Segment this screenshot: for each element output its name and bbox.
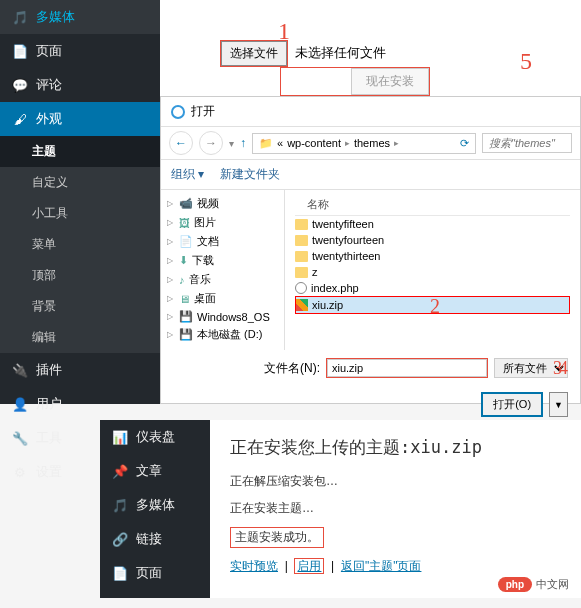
php-logo: php xyxy=(498,577,532,592)
open-button[interactable]: 打开(O) xyxy=(481,392,543,417)
no-file-text: 未选择任何文件 xyxy=(295,45,386,60)
file-row[interactable]: index.php xyxy=(295,280,570,296)
chevron-right-icon: ▸ xyxy=(345,138,350,148)
dashboard-icon: 📊 xyxy=(112,429,128,445)
media-icon: 🎵 xyxy=(112,497,128,513)
sidebar-item-dashboard[interactable]: 📊 仪表盘 xyxy=(100,420,210,454)
filename-label: 文件名(N): xyxy=(264,360,320,377)
link-icon: 🔗 xyxy=(112,531,128,547)
sidebar-item-users[interactable]: 👤 用户 xyxy=(0,387,160,421)
enable-theme-link[interactable]: 启用 xyxy=(294,558,324,574)
wp-admin-sidebar-2: 📊 仪表盘 📌 文章 🎵 多媒体 🔗 链接 📄 页面 💬 评论 xyxy=(100,420,210,598)
dialog-buttons: 打开(O) ▼ xyxy=(161,386,580,423)
search-input[interactable] xyxy=(482,133,572,153)
install-result-panel: 正在安装您上传的主题:xiu.zip 正在解压缩安装包… 正在安装主题… 主题安… xyxy=(210,420,581,598)
tree-item-disk-d[interactable]: 💾本地磁盘 (D:) xyxy=(165,325,280,344)
nav-dropdown-icon[interactable]: ▾ xyxy=(229,138,234,149)
new-folder-button[interactable]: 新建文件夹 xyxy=(220,166,280,183)
annotation-5: 5 xyxy=(520,48,532,75)
sidebar-item-plugins[interactable]: 🔌 插件 xyxy=(0,353,160,387)
post-icon: 📌 xyxy=(112,463,128,479)
submenu-themes[interactable]: 主题 xyxy=(0,136,160,167)
tree-item-pictures[interactable]: 🖼图片 xyxy=(165,213,280,232)
breadcrumb-part[interactable]: wp-content xyxy=(287,137,341,149)
file-list-header[interactable]: 名称 xyxy=(295,194,570,216)
file-open-dialog: 打开 ← → ▾ ↑ 📁 « wp-content ▸ themes ▸ ⟳ xyxy=(160,96,581,404)
submenu-background[interactable]: 背景 xyxy=(0,291,160,322)
tools-icon: 🔧 xyxy=(12,430,28,446)
app-icon xyxy=(171,105,185,119)
appearance-submenu: 主题 自定义 小工具 菜单 顶部 背景 编辑 xyxy=(0,136,160,353)
appearance-icon: 🖌 xyxy=(12,111,28,127)
sidebar-item-appearance[interactable]: 🖌 外观 xyxy=(0,102,160,136)
php-file-icon xyxy=(295,282,307,294)
return-themes-link[interactable]: 返回"主题"页面 xyxy=(341,559,422,573)
file-row[interactable]: twentythirteen xyxy=(295,248,570,264)
breadcrumb[interactable]: 📁 « wp-content ▸ themes ▸ ⟳ xyxy=(252,133,476,154)
submenu-menus[interactable]: 菜单 xyxy=(0,229,160,260)
folder-icon xyxy=(295,251,308,262)
breadcrumb-sep: « xyxy=(277,137,283,149)
install-now-button[interactable]: 现在安装 xyxy=(351,68,429,95)
install-step-1: 正在解压缩安装包… xyxy=(230,473,561,490)
folder-icon: 📁 xyxy=(259,137,273,150)
organize-button[interactable]: 组织 ▾ xyxy=(171,166,204,183)
sidebar-label: 用户 xyxy=(36,395,62,413)
submenu-customize[interactable]: 自定义 xyxy=(0,167,160,198)
page-icon: 📄 xyxy=(112,565,128,581)
tree-item-downloads[interactable]: ⬇下载 xyxy=(165,251,280,270)
zip-file-icon xyxy=(296,299,308,311)
install-title: 正在安装您上传的主题:xiu.zip xyxy=(230,436,561,459)
sidebar-label: 页面 xyxy=(36,42,62,60)
nav-forward-icon[interactable]: → xyxy=(199,131,223,155)
folder-icon xyxy=(295,235,308,246)
media-icon: 🎵 xyxy=(12,9,28,25)
php-cn-badge: php 中文网 xyxy=(498,577,569,592)
tree-item-desktop[interactable]: 🖥桌面 xyxy=(165,289,280,308)
dialog-footer: 文件名(N): 3 所有文件 4 xyxy=(161,350,580,386)
annotation-2: 2 xyxy=(430,295,440,318)
sidebar-label: 多媒体 xyxy=(36,8,75,26)
sidebar-item-pages[interactable]: 📄 页面 xyxy=(100,556,210,590)
sidebar-item-comments[interactable]: 💬 评论 xyxy=(0,68,160,102)
submenu-editor[interactable]: 编辑 xyxy=(0,322,160,353)
dialog-nav: ← → ▾ ↑ 📁 « wp-content ▸ themes ▸ ⟳ xyxy=(161,127,580,160)
file-list: 名称 twentyfifteen twentyfourteen twentyth… xyxy=(285,190,580,350)
sidebar-label: 评论 xyxy=(36,76,62,94)
sidebar-item-media[interactable]: 🎵 多媒体 xyxy=(100,488,210,522)
tree-item-docs[interactable]: 📄文档 xyxy=(165,232,280,251)
page-icon: 📄 xyxy=(12,43,28,59)
sidebar-label: 外观 xyxy=(36,110,62,128)
user-icon: 👤 xyxy=(12,396,28,412)
settings-icon: ⚙ xyxy=(12,464,28,480)
dialog-title: 打开 xyxy=(191,103,215,120)
annotation-4: 4 xyxy=(559,358,568,379)
file-row[interactable]: twentyfourteen xyxy=(295,232,570,248)
filename-input[interactable] xyxy=(327,359,487,377)
tree-item-music[interactable]: ♪音乐 xyxy=(165,270,280,289)
wp-admin-sidebar: 🎵 多媒体 📄 页面 💬 评论 🖌 外观 主题 自定义 小工具 菜单 顶部 背景… xyxy=(0,0,160,404)
main-content: 选择文件 未选择任何文件 现在安装 1 5 打开 ← → ▾ ↑ 📁 « xyxy=(160,0,581,404)
sidebar-item-media[interactable]: 🎵 多媒体 xyxy=(0,0,160,34)
tree-item-osdisk[interactable]: 💾Windows8_OS xyxy=(165,308,280,325)
sidebar-item-comments[interactable]: 💬 评论 xyxy=(100,590,210,598)
breadcrumb-part[interactable]: themes xyxy=(354,137,390,149)
nav-up-icon[interactable]: ↑ xyxy=(240,136,246,150)
sidebar-item-links[interactable]: 🔗 链接 xyxy=(100,522,210,556)
file-row[interactable]: z xyxy=(295,264,570,280)
sidebar-item-pages[interactable]: 📄 页面 xyxy=(0,34,160,68)
sidebar-item-posts[interactable]: 📌 文章 xyxy=(100,454,210,488)
install-success: 主题安装成功。 xyxy=(230,527,324,548)
live-preview-link[interactable]: 实时预览 xyxy=(230,559,278,573)
php-cn-text: 中文网 xyxy=(536,577,569,592)
action-links: 实时预览 | 启用 | 返回"主题"页面 xyxy=(230,558,561,575)
submenu-widgets[interactable]: 小工具 xyxy=(0,198,160,229)
sidebar-label: 设置 xyxy=(36,463,62,481)
dialog-title-bar: 打开 xyxy=(161,97,580,127)
nav-back-icon[interactable]: ← xyxy=(169,131,193,155)
tree-item-video[interactable]: 📹视频 xyxy=(165,194,280,213)
refresh-icon[interactable]: ⟳ xyxy=(460,137,469,150)
file-row[interactable]: twentyfifteen xyxy=(295,216,570,232)
open-dropdown-button[interactable]: ▼ xyxy=(549,392,568,417)
submenu-header[interactable]: 顶部 xyxy=(0,260,160,291)
